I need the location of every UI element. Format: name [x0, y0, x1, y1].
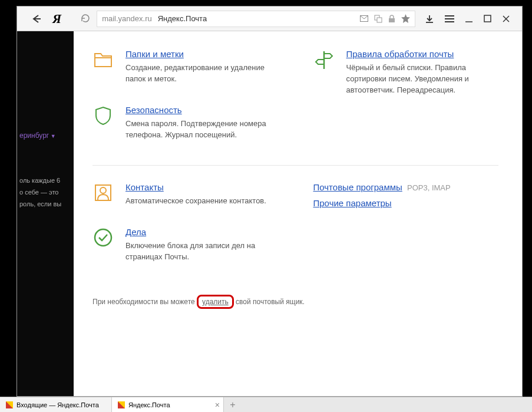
settings-content: Папки и метки Создание, редактирование и… — [74, 31, 522, 396]
other-params-link[interactable]: Прочие параметры — [313, 198, 392, 208]
mail-icon[interactable] — [360, 15, 368, 22]
bookmark-star-icon[interactable] — [401, 14, 410, 23]
minimize-icon[interactable] — [465, 15, 473, 23]
lock-icon — [388, 15, 395, 23]
svg-point-17 — [95, 229, 111, 246]
background-text: оль каждые 6 о себе — это роль, если вы — [19, 175, 71, 210]
taskbar: Входящие — Яндекс.Почта Яндекс.Почта × + — [0, 397, 532, 412]
browser-window: Я mail.yandex.ru Яндекс.Почта еринбург — [16, 6, 523, 397]
close-icon[interactable] — [502, 15, 510, 23]
tab-label: Яндекс.Почта — [128, 401, 170, 408]
delete-account-link[interactable]: удалить — [202, 298, 229, 306]
contacts-icon — [92, 182, 114, 203]
reload-button[interactable] — [80, 13, 92, 25]
background-sidebar: еринбург оль каждые 6 о себе — это роль,… — [17, 31, 74, 396]
yandex-favicon — [118, 401, 125, 408]
tab-inbox[interactable]: Входящие — Яндекс.Почта — [0, 397, 112, 412]
toolbar-right — [415, 14, 520, 24]
svg-rect-3 — [377, 18, 382, 22]
todo-link[interactable]: Дела — [125, 227, 146, 237]
toolbar-left: Я — [19, 11, 92, 27]
svg-rect-4 — [389, 18, 395, 22]
rules-desc: Чёрный и белый списки. Правила сортировк… — [346, 62, 499, 96]
maximize-icon[interactable] — [484, 15, 491, 22]
tab-mail[interactable]: Яндекс.Почта × — [112, 397, 224, 412]
translate-icon[interactable] — [374, 15, 382, 23]
left-column: Папки и метки Создание, редактирование и… — [92, 49, 278, 160]
yandex-logo[interactable]: Я — [52, 11, 61, 27]
rules-link[interactable]: Правила обработки почты — [346, 49, 454, 59]
delete-highlight: удалить — [197, 295, 234, 309]
browser-toolbar: Я mail.yandex.ru Яндекс.Почта — [17, 6, 522, 31]
folder-icon — [92, 49, 114, 70]
downloads-icon[interactable] — [425, 14, 434, 24]
svg-point-16 — [100, 187, 106, 193]
back-button[interactable] — [29, 12, 43, 26]
page-title-text: Яндекс.Почта — [158, 14, 207, 23]
tab-close-button[interactable]: × — [215, 400, 220, 410]
setting-folders: Папки и метки Создание, редактирование и… — [92, 49, 278, 85]
url-text: mail.yandex.ru — [102, 14, 152, 23]
security-desc: Смена пароля. Подтверждение номера телеф… — [125, 118, 278, 141]
setting-rules: Правила обработки почты Чёрный и белый с… — [313, 49, 499, 96]
folders-desc: Создание, редактирование и удаление папо… — [125, 62, 278, 85]
mail-clients-suffix: POP3, IMAP — [407, 183, 451, 192]
mail-clients-link[interactable]: Почтовые программы — [313, 182, 402, 192]
links-block: Почтовые программы POP3, IMAP Прочие пар… — [313, 182, 499, 208]
addressbar-icons — [360, 14, 410, 23]
new-tab-button[interactable]: + — [224, 397, 242, 412]
shield-icon — [92, 105, 114, 126]
checkmark-icon — [92, 227, 114, 248]
address-bar[interactable]: mail.yandex.ru Яндекс.Почта — [97, 11, 415, 27]
setting-todo: Дела Включение блока для записи дел на с… — [92, 227, 278, 263]
setting-security: Безопасность Смена пароля. Подтверждение… — [92, 105, 278, 141]
contacts-desc: Автоматическое сохранение контактов. — [125, 196, 278, 207]
tab-label: Входящие — Яндекс.Почта — [16, 401, 99, 408]
security-link[interactable]: Безопасность — [125, 105, 182, 115]
contacts-link[interactable]: Контакты — [125, 182, 164, 192]
setting-contacts: Контакты Автоматическое сохранение конта… — [92, 182, 278, 207]
right-column: Правила обработки почты Чёрный и белый с… — [313, 49, 499, 160]
svg-rect-10 — [484, 15, 491, 22]
footer-note: При необходимости вы можете удалить свой… — [92, 295, 498, 309]
folders-link[interactable]: Папки и метки — [125, 49, 184, 59]
region-selector[interactable]: еринбург — [19, 131, 71, 140]
menu-icon[interactable] — [445, 15, 454, 23]
signpost-icon — [313, 49, 335, 70]
divider — [92, 165, 498, 166]
todo-desc: Включение блока для записи дел на страни… — [125, 240, 278, 263]
yandex-favicon — [6, 401, 13, 408]
